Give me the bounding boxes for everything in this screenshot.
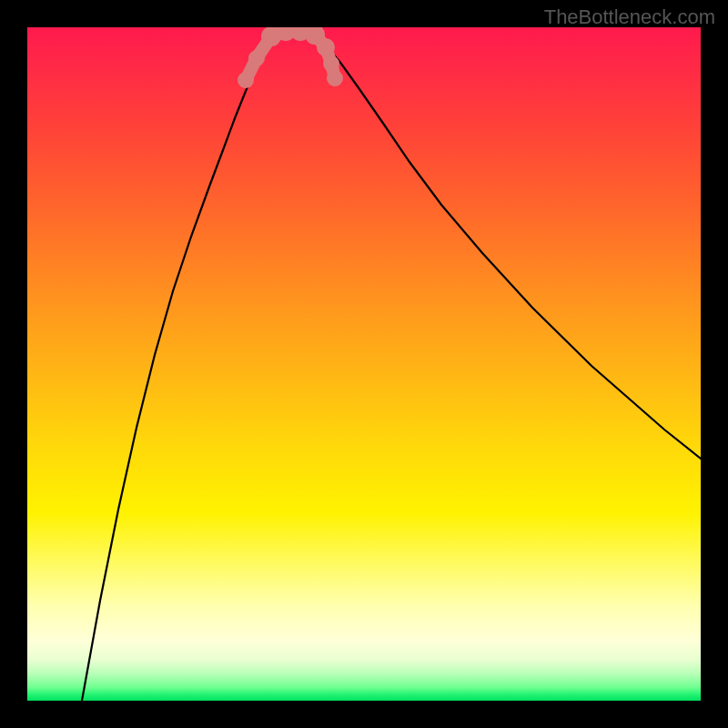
right-curve: [318, 36, 701, 459]
marker-dot: [317, 38, 335, 56]
marker-dot: [248, 50, 265, 66]
marker-dot: [238, 72, 254, 88]
marker-dot: [327, 70, 343, 86]
marker-dots: [238, 27, 343, 88]
marker-dot: [323, 56, 339, 72]
bottleneck-chart: [27, 27, 701, 701]
attribution-text: TheBottleneck.com: [544, 5, 715, 29]
curve-overlay: [27, 27, 701, 701]
left-curve: [82, 36, 273, 701]
